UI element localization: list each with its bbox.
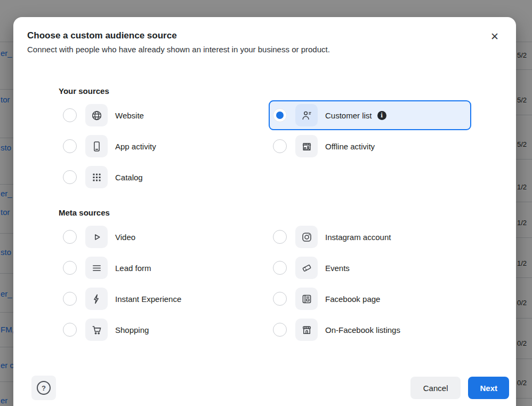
storefront-person-icon bbox=[295, 135, 318, 157]
list-lines-icon bbox=[85, 257, 108, 279]
instagram-icon bbox=[295, 226, 318, 248]
customer-list-icon bbox=[295, 104, 318, 126]
your-sources-heading: Your sources bbox=[59, 86, 471, 95]
radio-customer-list[interactable] bbox=[273, 108, 287, 122]
source-label: Instant Experience bbox=[115, 294, 181, 304]
radio-facebook-page[interactable] bbox=[273, 292, 287, 306]
source-label: App activity bbox=[115, 142, 156, 151]
source-label: Catalog bbox=[115, 173, 143, 182]
dialog-footer: ? Cancel Next bbox=[13, 376, 516, 400]
source-option-instant-experience[interactable]: Instant Experience bbox=[59, 284, 261, 314]
meta-sources-heading: Meta sources bbox=[59, 208, 471, 217]
radio-app-activity[interactable] bbox=[63, 139, 77, 153]
source-option-catalog[interactable]: Catalog bbox=[59, 162, 261, 192]
next-button[interactable]: Next bbox=[468, 377, 509, 399]
dialog-content: Your sources Website bbox=[59, 86, 471, 345]
source-label: Instagram account bbox=[325, 233, 391, 242]
radio-instant-experience[interactable] bbox=[63, 292, 77, 306]
radio-offline-activity[interactable] bbox=[273, 139, 287, 153]
source-label: Shopping bbox=[115, 325, 149, 335]
mobile-phone-icon bbox=[85, 135, 108, 157]
source-option-app-activity[interactable]: App activity bbox=[59, 131, 261, 161]
radio-catalog[interactable] bbox=[63, 170, 77, 184]
dialog-title: Choose a custom audience source bbox=[27, 30, 502, 42]
help-button[interactable]: ? bbox=[31, 376, 56, 400]
source-option-lead-form[interactable]: Lead form bbox=[59, 253, 261, 283]
radio-lead-form[interactable] bbox=[63, 261, 77, 275]
cart-icon bbox=[85, 319, 108, 341]
source-option-facebook-page[interactable]: Facebook page bbox=[269, 284, 471, 314]
radio-instagram-account[interactable] bbox=[273, 230, 287, 244]
radio-events[interactable] bbox=[273, 261, 287, 275]
source-label: On-Facebook listings bbox=[325, 325, 400, 335]
play-icon bbox=[85, 226, 108, 248]
source-label: Video bbox=[115, 233, 135, 242]
info-icon[interactable]: i bbox=[377, 111, 386, 120]
source-option-shopping[interactable]: Shopping bbox=[59, 315, 261, 345]
source-option-instagram-account[interactable]: Instagram account bbox=[269, 222, 471, 252]
shop-icon bbox=[295, 319, 318, 341]
question-mark-icon: ? bbox=[37, 381, 51, 395]
source-label: Lead form bbox=[115, 264, 151, 273]
source-option-video[interactable]: Video bbox=[59, 222, 261, 252]
ticket-icon bbox=[295, 257, 318, 279]
source-label: Facebook page bbox=[325, 294, 380, 304]
source-option-customer-list[interactable]: Customer list i bbox=[269, 100, 471, 130]
close-icon[interactable]: ✕ bbox=[487, 29, 502, 44]
source-label: Offline activity bbox=[325, 142, 375, 151]
source-option-offline-activity[interactable]: Offline activity bbox=[269, 131, 471, 161]
source-option-events[interactable]: Events bbox=[269, 253, 471, 283]
cancel-button[interactable]: Cancel bbox=[410, 377, 461, 399]
page-icon bbox=[295, 288, 318, 310]
meta-sources-grid: Video Instagram account bbox=[59, 222, 471, 345]
dialog-header: Choose a custom audience source Connect … bbox=[13, 17, 516, 54]
source-label: Customer list bbox=[325, 111, 372, 120]
screen: er_ tor sto er_ tor sto er_ FM, er c er … bbox=[0, 0, 532, 406]
radio-on-facebook-listings[interactable] bbox=[273, 323, 287, 337]
source-option-website[interactable]: Website bbox=[59, 100, 261, 130]
source-label: Website bbox=[115, 111, 144, 120]
grid-icon bbox=[85, 166, 108, 188]
dialog-subtitle: Connect with people who have already sho… bbox=[27, 44, 502, 54]
footer-actions: Cancel Next bbox=[410, 377, 509, 399]
custom-audience-source-dialog: Choose a custom audience source Connect … bbox=[13, 17, 516, 406]
source-label: Events bbox=[325, 264, 350, 273]
your-sources-grid: Website Customer list i bbox=[59, 100, 471, 192]
radio-shopping[interactable] bbox=[63, 323, 77, 337]
radio-website[interactable] bbox=[63, 108, 77, 122]
source-option-on-facebook-listings[interactable]: On-Facebook listings bbox=[269, 315, 471, 345]
lightning-icon bbox=[85, 288, 108, 310]
globe-icon bbox=[85, 104, 108, 126]
radio-video[interactable] bbox=[63, 230, 77, 244]
